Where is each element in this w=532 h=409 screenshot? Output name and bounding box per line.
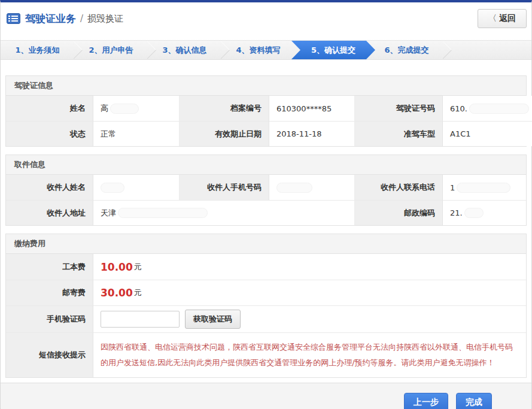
tab-step-2-label: 2、用户申告	[89, 45, 133, 56]
redacted-value	[469, 104, 529, 114]
back-button[interactable]: 〈 返回	[478, 9, 527, 28]
license-section-title: 驾驶证信息	[6, 76, 526, 96]
finish-button[interactable]: 完成	[456, 393, 492, 409]
redacted-value	[101, 183, 124, 193]
license-form-icon	[7, 13, 20, 24]
expiry-label: 有效期止日期	[180, 121, 269, 146]
breadcrumb-separator: /	[80, 13, 83, 24]
file-number-value: 610300****85	[269, 96, 355, 121]
tab-step-1[interactable]: 1、业务须知	[1, 41, 74, 59]
previous-step-button[interactable]: 上一步	[404, 393, 448, 409]
vehicle-type-label: 准驾车型	[355, 121, 443, 146]
production-fee-label: 工本费	[6, 254, 93, 280]
license-info-section: 驾驶证信息 姓名 高 档案编号 610300****85 驾驶证号码 610. …	[5, 75, 527, 147]
redacted-value	[110, 104, 139, 114]
recipient-mobile-label: 收件人手机号码	[180, 175, 269, 200]
redacted-value	[118, 208, 208, 218]
footer-bar: 上一步 完成	[1, 383, 531, 409]
breadcrumb-current: 损毁换证	[87, 13, 123, 25]
back-button-label: 返回	[499, 13, 516, 24]
sms-notice-text: 因陕西省联通、电信运营商技术问题，陕西省互联网交通安全综合服务管理平台无法向持陕…	[93, 332, 526, 377]
sms-code-label: 手机验证码	[6, 305, 93, 332]
step-separator-chevron	[434, 41, 452, 59]
fees-section: 缴纳费用 工本费 10.00元 邮寄费 30.00元 手机验证码 获取验证码 短…	[5, 234, 527, 378]
tab-step-4-label: 4、资料填写	[236, 45, 280, 56]
status-value: 正常	[93, 121, 180, 146]
back-chevron-icon: 〈	[488, 13, 497, 24]
redacted-value	[457, 183, 510, 193]
tab-step-5-active[interactable]: 5、确认提交	[291, 41, 375, 59]
recipient-name-value	[93, 175, 180, 200]
fees-section-title: 缴纳费用	[6, 234, 526, 254]
postage-fee-label: 邮寄费	[6, 280, 93, 305]
production-fee-value: 10.00元	[93, 254, 526, 280]
sms-code-row: 获取验证码	[93, 305, 526, 332]
recipient-phone-label: 收件人联系电话	[355, 175, 443, 200]
tab-step-4[interactable]: 4、资料填写	[221, 41, 295, 59]
redacted-value	[464, 208, 484, 218]
tab-step-5-label: 5、确认提交	[311, 45, 355, 56]
tab-step-3-label: 3、确认信息	[162, 45, 206, 56]
tab-step-3[interactable]: 3、确认信息	[148, 41, 221, 59]
license-number-value: 610.	[443, 96, 532, 121]
address-label: 收件人地址	[6, 200, 93, 225]
tab-step-2[interactable]: 2、用户申告	[74, 41, 148, 59]
name-label: 姓名	[6, 96, 93, 121]
postage-fee-value: 30.00元	[93, 280, 526, 305]
address-value: 天津	[93, 200, 355, 225]
header-bar: 驾驶证业务 / 损毁换证 〈 返回	[1, 2, 531, 35]
pickup-info-section: 取件信息 收件人姓名 收件人手机号码 收件人联系电话 1 收件人地址 天津	[5, 154, 527, 226]
status-label: 状态	[6, 121, 93, 146]
tab-step-6[interactable]: 6、完成提交	[370, 41, 443, 59]
main-content: 驾驶证信息 姓名 高 档案编号 610300****85 驾驶证号码 610. …	[1, 60, 531, 378]
postal-code-label: 邮政编码	[355, 200, 443, 225]
recipient-name-label: 收件人姓名	[6, 175, 93, 200]
name-value: 高	[93, 96, 180, 121]
sms-notice-label: 短信接收提示	[6, 332, 93, 377]
file-number-label: 档案编号	[180, 96, 269, 121]
sms-code-input[interactable]	[101, 311, 180, 328]
vehicle-type-value: A1C1	[443, 121, 532, 146]
postal-code-value: 21.	[443, 200, 526, 225]
page-container: 驾驶证业务 / 损毁换证 〈 返回 1、业务须知 2、用户申告 3、确认信息 4…	[0, 0, 532, 409]
license-number-label: 驾驶证号码	[355, 96, 443, 121]
tab-step-6-label: 6、完成提交	[384, 45, 428, 56]
step-progress-bar: 1、业务须知 2、用户申告 3、确认信息 4、资料填写 5、确认提交 6、完成提…	[1, 40, 531, 60]
get-code-button[interactable]: 获取验证码	[185, 310, 241, 329]
expiry-value: 2018-11-18	[269, 121, 355, 146]
recipient-phone-value: 1	[443, 175, 526, 200]
recipient-mobile-value	[269, 175, 355, 200]
page-title: 驾驶证业务	[25, 12, 76, 26]
redacted-value	[276, 183, 312, 193]
pickup-section-title: 取件信息	[6, 155, 526, 175]
tab-step-1-label: 1、业务须知	[15, 45, 59, 56]
